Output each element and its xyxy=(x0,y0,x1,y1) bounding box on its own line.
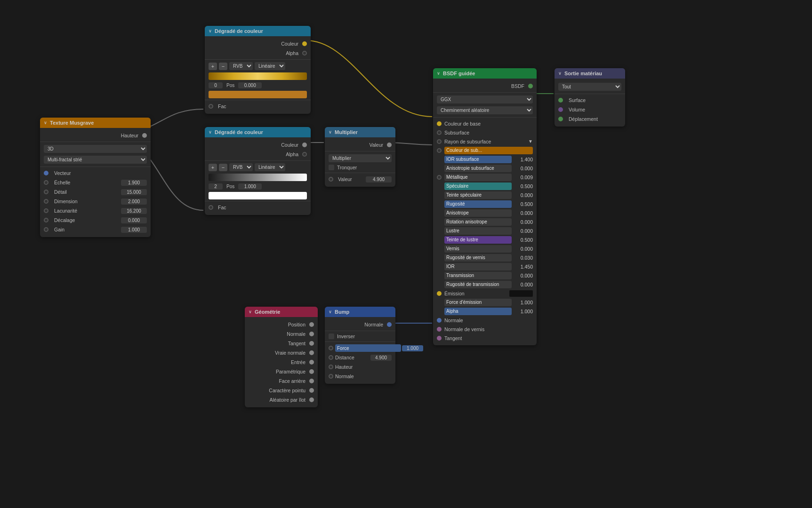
lacunarite-value[interactable] xyxy=(121,208,147,214)
bsdf-speculaire-bar[interactable]: Spéculaire xyxy=(444,183,512,190)
bsdf-normale-socket[interactable] xyxy=(437,318,442,323)
d1-alpha-socket[interactable] xyxy=(302,51,307,56)
collapse-arrow-mult[interactable]: ∨ xyxy=(329,130,332,135)
d1-stop-index[interactable] xyxy=(209,82,223,88)
bsdf-aniso-sub-bar[interactable]: Anisotropie subsurface xyxy=(444,165,512,172)
sortie-volume-socket[interactable] xyxy=(558,107,563,112)
d1-stop-pos[interactable] xyxy=(238,82,262,88)
bsdf-rugosite-trans-bar[interactable]: Rugosité de transmission xyxy=(444,281,512,288)
sortie-deplacement-socket[interactable] xyxy=(558,117,563,121)
dimension-dropdown[interactable]: 3D xyxy=(44,145,147,153)
d2-interp[interactable]: Linéaire xyxy=(255,163,285,171)
hauteur-socket[interactable] xyxy=(142,133,147,138)
mult-valeur-socket[interactable] xyxy=(387,143,392,147)
d1-color-mode[interactable]: RVB xyxy=(229,62,253,70)
bsdf-normale-vernis-socket[interactable] xyxy=(437,327,442,332)
bsdf-metallique-bar[interactable]: Métallique xyxy=(444,174,512,181)
bsdf-emission-socket[interactable] xyxy=(437,291,442,296)
bump-hauteur-socket[interactable] xyxy=(329,365,333,369)
echelle-value[interactable] xyxy=(121,180,147,186)
geo-aleatoire-socket[interactable] xyxy=(309,397,314,402)
geo-parametrique-socket[interactable] xyxy=(309,369,314,374)
collapse-arrow-sortie[interactable]: ∨ xyxy=(558,71,562,76)
bsdf-teinte-spec-bar[interactable]: Teinte spéculaire xyxy=(444,191,512,199)
d1-couleur-socket[interactable] xyxy=(302,41,307,46)
dimension-value[interactable] xyxy=(121,198,147,205)
collapse-arrow-bump[interactable]: ∨ xyxy=(329,310,332,314)
collapse-arrow-geo[interactable]: ∨ xyxy=(249,310,252,314)
bsdf-rugosite-bar[interactable]: Rugosité xyxy=(444,200,512,208)
collapse-arrow-2[interactable]: ∨ xyxy=(209,130,212,135)
detail-socket[interactable] xyxy=(44,190,48,194)
bsdf-alpha-bar[interactable]: Alpha xyxy=(444,308,512,315)
echelle-socket[interactable] xyxy=(44,180,48,185)
d1-remove-stop[interactable]: − xyxy=(219,63,227,70)
d2-remove-stop[interactable]: − xyxy=(219,164,227,171)
bsdf-force-emission-bar[interactable]: Force d'émission xyxy=(444,299,512,306)
d1-fac-socket[interactable] xyxy=(209,104,213,109)
geo-entree-socket[interactable] xyxy=(309,360,314,365)
bsdf-ggx-dropdown[interactable]: GGX xyxy=(437,95,533,103)
d1-add-stop[interactable]: + xyxy=(209,63,217,70)
bump-distance-value[interactable] xyxy=(370,355,392,361)
detail-value[interactable] xyxy=(121,189,147,195)
sortie-surface-socket[interactable] xyxy=(558,98,563,103)
bump-normale-out-socket[interactable] xyxy=(387,322,392,327)
bsdf-anisotrope-bar[interactable]: Anisotrope xyxy=(444,209,512,217)
collapse-arrow-1[interactable]: ∨ xyxy=(209,29,212,33)
bsdf-teinte-lustre-bar[interactable]: Teinte de lustre xyxy=(444,236,512,244)
d2-add-stop[interactable]: + xyxy=(209,164,217,171)
d2-gradient-bar[interactable] xyxy=(209,174,307,181)
bsdf-rugosite-vernis-bar[interactable]: Rugosité de vernis xyxy=(444,254,512,262)
geo-position-socket[interactable] xyxy=(309,322,314,327)
geo-vraie-normale-socket[interactable] xyxy=(309,350,314,355)
mult-in-socket[interactable] xyxy=(329,177,333,182)
bsdf-couleur-sub-socket[interactable] xyxy=(437,148,442,153)
lacunarite-socket[interactable] xyxy=(44,208,48,213)
bsdf-out-socket[interactable] xyxy=(528,84,533,88)
d2-stop-index[interactable] xyxy=(209,183,223,190)
geo-normale-socket[interactable] xyxy=(309,332,314,336)
gain-value[interactable] xyxy=(121,227,147,233)
dimension-socket[interactable] xyxy=(44,199,48,204)
bsdf-couleur-sub-bar[interactable]: Couleur de sub... xyxy=(444,147,533,154)
decalage-socket[interactable] xyxy=(44,218,48,222)
mult-type-dropdown[interactable]: Multiplier xyxy=(329,154,392,162)
gain-socket[interactable] xyxy=(44,227,48,232)
d1-interp[interactable]: Linéaire xyxy=(255,62,285,70)
vecteur-socket[interactable] xyxy=(44,171,48,175)
collapse-arrow[interactable]: ∨ xyxy=(44,120,47,125)
d2-couleur-socket[interactable] xyxy=(302,143,307,147)
d2-stop-pos[interactable] xyxy=(238,183,262,190)
d2-color-mode[interactable]: RVB xyxy=(229,163,253,171)
bump-force-value[interactable] xyxy=(402,345,423,351)
sortie-type-dropdown[interactable]: Tout xyxy=(558,83,621,91)
bsdf-ior-bar[interactable]: IOR subsurface xyxy=(444,156,512,163)
bsdf-subsurface-socket[interactable] xyxy=(437,130,442,135)
d2-alpha-socket[interactable] xyxy=(302,152,307,157)
bump-distance-socket[interactable] xyxy=(329,355,333,360)
bsdf-transmission-bar[interactable]: Transmission xyxy=(444,272,512,279)
bsdf-cheminement-dropdown[interactable]: Cheminement aléatoire xyxy=(437,106,533,114)
geo-caractere-socket[interactable] xyxy=(309,388,314,393)
bsdf-rayon-socket[interactable] xyxy=(437,139,442,144)
bsdf-tangent-socket[interactable] xyxy=(437,336,442,341)
decalage-value[interactable] xyxy=(121,217,147,223)
d1-gradient-bar[interactable] xyxy=(209,72,307,80)
bump-force-socket[interactable] xyxy=(329,346,333,350)
bump-normale-in-socket[interactable] xyxy=(329,374,333,379)
bump-inverser-cb[interactable] xyxy=(329,333,334,339)
mult-in-value[interactable] xyxy=(366,176,392,183)
bsdf-emission-color[interactable] xyxy=(509,290,533,297)
bsdf-rotation-bar[interactable]: Rotation anisotrope xyxy=(444,218,512,226)
bsdf-couleur-base-socket[interactable] xyxy=(437,121,442,126)
collapse-arrow-bsdf[interactable]: ∨ xyxy=(437,71,440,76)
geo-tangent-socket[interactable] xyxy=(309,341,314,346)
bsdf-vernis-bar[interactable]: Vernis xyxy=(444,245,512,253)
bsdf-ior-val-bar[interactable]: IOR xyxy=(444,263,512,270)
bsdf-metallique-socket[interactable] xyxy=(437,175,442,180)
geo-face-arriere-socket[interactable] xyxy=(309,379,314,383)
bsdf-lustre-bar[interactable]: Lustre xyxy=(444,227,512,235)
bump-force-bar[interactable]: Force xyxy=(335,344,401,352)
d2-fac-socket[interactable] xyxy=(209,205,213,210)
